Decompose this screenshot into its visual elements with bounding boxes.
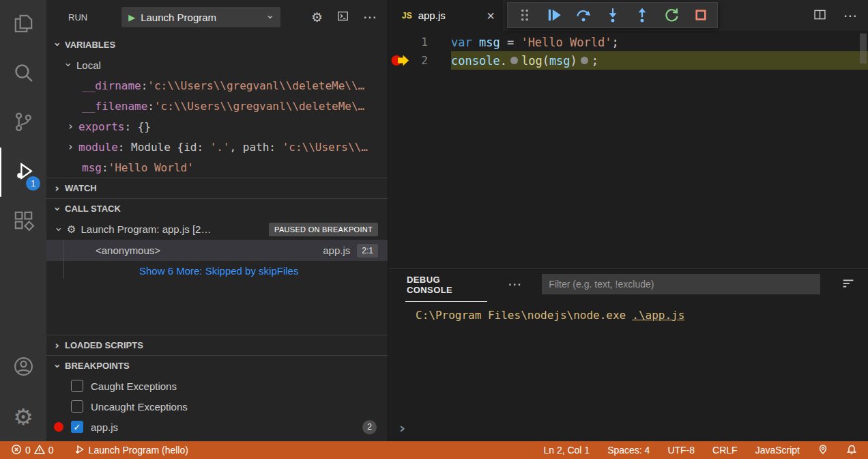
loaded-scripts-header-label: LOADED SCRIPTS	[65, 340, 143, 350]
variable-name: __dirname	[82, 79, 141, 92]
tab-appjs[interactable]: JS app.js ×	[388, 0, 503, 31]
code-editor[interactable]: 1 var msg = 'Hello World'; 2 console.log…	[388, 31, 868, 268]
debug-session-status[interactable]: Launch Program (hello)	[70, 441, 192, 459]
vscode-window: 1 ⚙ RUN ▶ Launch Program › ⚙	[0, 0, 868, 459]
step-over-button[interactable]	[568, 3, 598, 27]
sidebar-item-search[interactable]	[0, 49, 46, 98]
indentation-status[interactable]: Spaces: 4	[603, 441, 654, 459]
start-debug-icon: ▶	[128, 12, 135, 23]
status-bar-right: Ln 2, Col 1 Spaces: 4 UTF-8 CRLF JavaScr…	[539, 441, 861, 459]
cursor-position-status[interactable]: Ln 2, Col 1	[539, 441, 594, 459]
continue-button[interactable]	[539, 3, 568, 27]
section-header-call-stack[interactable]: › CALL STACK	[46, 198, 388, 219]
variable-msg[interactable]: msg: 'Hello World'	[46, 157, 388, 178]
call-stack-empty-space	[46, 280, 388, 335]
stack-frame-row[interactable]: <anonymous> app.js 2:1	[46, 240, 388, 261]
console-filter-input[interactable]	[542, 274, 820, 294]
toolbar-drag-handle[interactable]	[510, 3, 539, 27]
token-punctuation: (	[542, 54, 549, 68]
variable-value-part: '.'	[210, 141, 230, 154]
javascript-file-icon: JS	[402, 11, 412, 20]
accounts-button[interactable]	[0, 343, 46, 392]
breakpoint-row-uncaught-exceptions[interactable]: Uncaught Exceptions	[46, 396, 388, 417]
settings-button[interactable]: ⚙	[0, 392, 46, 441]
tab-debug-console[interactable]: DEBUG CONSOLE	[405, 267, 487, 302]
session-gear-icon: ⚙	[67, 223, 76, 236]
chevron-right-icon: ›	[53, 340, 61, 351]
uncaught-exceptions-checkbox[interactable]	[71, 400, 83, 413]
eol-status[interactable]: CRLF	[708, 441, 742, 459]
variable-filename[interactable]: __filename: 'c:\\Users\\gregvanl\\delete…	[46, 96, 388, 116]
console-prompt-icon[interactable]: ›	[399, 421, 405, 436]
filter-lines-icon[interactable]	[841, 276, 856, 293]
more-actions-icon[interactable]: ⋯	[363, 9, 377, 25]
console-command: C:\Program Files\nodejs\node.exe	[416, 309, 626, 322]
sidebar-item-source-control[interactable]	[0, 98, 46, 148]
code-line-2[interactable]: 2 console.log(msg);	[388, 51, 868, 70]
code-text: console.log(msg);	[451, 54, 598, 68]
notifications-status[interactable]	[842, 441, 861, 459]
section-header-watch[interactable]: › WATCH	[46, 178, 388, 198]
breakpoint-row-caught-exceptions[interactable]: Caught Exceptions	[46, 376, 388, 396]
variable-colon: :	[124, 120, 137, 133]
search-icon	[12, 61, 35, 86]
debug-session-row[interactable]: › ⚙ Launch Program: app.js [2… PAUSED ON…	[46, 219, 388, 240]
sidebar-item-extensions[interactable]	[0, 197, 46, 246]
editor-scrollbar[interactable]	[860, 33, 867, 64]
problems-status[interactable]: 0 0	[7, 441, 58, 459]
console-output-line: C:\Program Files\nodejs\node.exe.\app.js	[416, 309, 868, 322]
breakpoint-gutter[interactable]	[388, 33, 411, 51]
variable-exports[interactable]: › exports: {}	[46, 116, 388, 137]
variable-module[interactable]: › module: Module {id: '.', path: 'c:\\Us…	[46, 137, 388, 157]
inline-breakpoint-dot-icon[interactable]	[510, 57, 518, 64]
tab-bar: JS app.js × ⋯	[388, 0, 868, 31]
tab-label: app.js	[418, 10, 481, 21]
run-sidebar: RUN ▶ Launch Program › ⚙ ⋯ › VARIABLES ›…	[46, 0, 388, 441]
caught-exceptions-checkbox[interactable]	[71, 380, 83, 392]
tree-indent-guide	[63, 240, 64, 279]
appjs-breakpoint-checkbox[interactable]: ✓	[71, 421, 83, 433]
section-header-breakpoints[interactable]: › BREAKPOINTS	[46, 355, 388, 376]
breakpoint-row-appjs[interactable]: ✓ app.js 2	[46, 417, 388, 437]
configure-gear-icon[interactable]: ⚙	[311, 10, 323, 25]
more-actions-icon[interactable]: ⋯	[843, 8, 857, 24]
editor-group: JS app.js × ⋯	[388, 0, 868, 441]
show-more-frames-link[interactable]: Show 6 More: Skipped by skipFiles	[46, 261, 388, 280]
encoding-status[interactable]: UTF-8	[663, 441, 699, 459]
code-text: var msg = 'Hello World';	[451, 36, 619, 49]
close-icon[interactable]: ×	[487, 9, 495, 23]
restart-button[interactable]	[656, 3, 686, 27]
debug-console-icon[interactable]	[336, 10, 349, 25]
editor-actions: ⋯	[813, 0, 857, 31]
code-line-1[interactable]: 1 var msg = 'Hello World';	[388, 33, 868, 51]
console-file-link[interactable]: .\app.js	[632, 309, 684, 322]
language-mode-status[interactable]: JavaScript	[751, 441, 804, 459]
token-variable: console	[451, 54, 500, 68]
step-into-button[interactable]	[598, 3, 627, 27]
sidebar-item-run-debug[interactable]: 1	[0, 148, 46, 197]
variable-text: exports: {}	[78, 120, 151, 133]
stop-button[interactable]	[686, 3, 715, 27]
split-editor-icon[interactable]	[813, 8, 827, 24]
scope-local[interactable]: › Local	[46, 55, 388, 75]
step-out-button[interactable]	[627, 3, 656, 27]
sidebar-item-explorer[interactable]	[0, 0, 46, 49]
variable-name: module	[78, 141, 118, 154]
breakpoints-header-label: BREAKPOINTS	[65, 361, 130, 371]
variable-name: __filename	[82, 100, 147, 113]
scope-label: Local	[76, 59, 101, 71]
section-header-variables[interactable]: › VARIABLES	[46, 34, 388, 55]
breakpoint-label: app.js	[91, 421, 118, 433]
inline-breakpoint-dot-icon[interactable]	[581, 57, 588, 64]
panel-more-icon[interactable]: ⋯	[508, 276, 521, 292]
chevron-down-icon: ›	[265, 14, 276, 21]
chevron-right-icon: ›	[53, 183, 61, 194]
activity-bar: 1 ⚙	[0, 0, 46, 441]
section-header-loaded-scripts[interactable]: › LOADED SCRIPTS	[46, 335, 388, 355]
variable-dirname[interactable]: __dirname: 'c:\\Users\\gregvanl\\deleteM…	[46, 75, 388, 96]
launch-config-dropdown[interactable]: ▶ Launch Program ›	[121, 7, 280, 27]
paused-on-breakpoint-badge: PAUSED ON BREAKPOINT	[269, 223, 378, 236]
frame-name: <anonymous>	[96, 245, 160, 256]
breakpoint-gutter[interactable]	[388, 51, 411, 70]
feedback-pin-status[interactable]	[813, 441, 833, 459]
